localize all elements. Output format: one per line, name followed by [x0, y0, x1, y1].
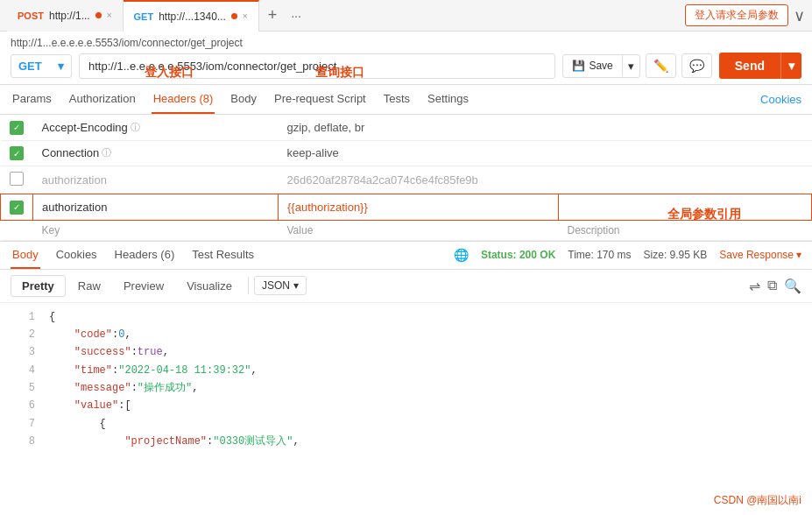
json-line: 7 {	[14, 415, 798, 433]
tab-tests[interactable]: Tests	[382, 85, 412, 114]
url-right-actions: 💾 Save ▾ ✏️ 💬	[562, 53, 711, 78]
tab-authorization[interactable]: Authorization	[67, 85, 138, 114]
time-text: Time: 170 ms	[568, 249, 631, 261]
method-get-badge: GET	[134, 11, 154, 22]
cookies-link[interactable]: Cookies	[760, 93, 801, 106]
save-dropdown-icon[interactable]: ▾	[623, 55, 639, 77]
save-response-button[interactable]: Save Response ▾	[719, 249, 801, 261]
response-status: 🌐 Status: 200 OK Time: 170 ms Size: 9.95…	[454, 248, 801, 262]
save-response-dropdown-icon[interactable]: ▾	[796, 249, 801, 261]
tab-login[interactable]: POST http://1... ×	[7, 0, 124, 32]
checkbox-4[interactable]: ✓	[10, 201, 24, 215]
json-line: 8 "projectName": "0330测试导入",	[14, 433, 798, 450]
method-label: GET	[18, 60, 42, 73]
checkbox-2[interactable]: ✓	[10, 146, 24, 160]
method-post-badge: POST	[18, 11, 44, 21]
tab-params[interactable]: Params	[11, 85, 53, 114]
json-line: 2 "code": 0,	[14, 326, 798, 343]
checkbox-1[interactable]: ✓	[10, 121, 24, 135]
tab-headers[interactable]: Headers (8)	[152, 85, 215, 114]
json-line: 3 "success": true,	[14, 343, 798, 361]
fmt-preview[interactable]: Preview	[113, 276, 174, 296]
edit-button[interactable]: ✏️	[646, 53, 676, 78]
watermark: CSDN @南国以南i	[714, 493, 801, 508]
tab-dot2	[231, 13, 237, 19]
fmt-visualize[interactable]: Visualize	[176, 276, 243, 296]
tab-prerequest[interactable]: Pre-request Script	[272, 85, 368, 114]
key-placeholder: Key	[42, 224, 60, 236]
send-dropdown-icon[interactable]: ▾	[781, 53, 801, 79]
response-tabs: Body Cookies Headers (6) Test Results 🌐 …	[0, 242, 812, 270]
val-2: keep-alive	[287, 146, 339, 159]
save-button[interactable]: 💾 Save	[563, 55, 622, 76]
fmt-separator	[248, 277, 249, 294]
resp-tab-test-results[interactable]: Test Results	[190, 242, 256, 269]
tab-body[interactable]: Body	[229, 85, 258, 114]
send-label: Send	[719, 53, 781, 79]
info-icon-2[interactable]: ⓘ	[102, 146, 111, 159]
tab-bar: POST http://1... × GET http://...1340...…	[0, 0, 812, 32]
tab-query[interactable]: GET http://...1340... ×	[124, 0, 259, 32]
tab-actions: + ···	[263, 6, 307, 25]
save-response-label: Save Response	[719, 249, 794, 261]
headers-section: ✓ Accept-Encodingⓘ gzip, deflate, br ✓ C…	[0, 115, 812, 241]
tab-close-icon2[interactable]: ×	[243, 11, 248, 21]
fmt-pretty[interactable]: Pretty	[11, 275, 66, 297]
table-row-highlighted: ✓ authorization {{authorization}} 全局参数引用	[1, 194, 812, 221]
copy-button[interactable]: ⧉	[767, 278, 777, 293]
table-row: authorization 26d620af28784a2ca074c6e4fc…	[1, 166, 812, 194]
request-tabs: Params Authorization Headers (8) Body Pr…	[0, 85, 812, 115]
tab-login-url: http://1...	[49, 10, 90, 22]
key-4: authorization	[42, 201, 107, 214]
wrap-lines-button[interactable]: ⇌	[749, 278, 760, 294]
url-input[interactable]	[79, 53, 555, 79]
search-response-button[interactable]: 🔍	[784, 278, 801, 294]
method-select[interactable]: GET ▾	[11, 54, 72, 78]
comment-button[interactable]: 💬	[681, 53, 712, 78]
checkbox-3[interactable]	[10, 172, 24, 186]
new-tab-button[interactable]: +	[263, 6, 283, 25]
json-type-select[interactable]: JSON ▾	[254, 276, 307, 295]
tab-close-icon[interactable]: ×	[107, 11, 112, 20]
resp-tab-headers[interactable]: Headers (6)	[113, 242, 177, 269]
resp-tab-body[interactable]: Body	[11, 242, 40, 269]
env-dropdown-icon[interactable]: ∨	[794, 6, 805, 25]
resp-tab-cookies[interactable]: Cookies	[54, 242, 99, 269]
description-placeholder: Description	[568, 224, 620, 236]
value-placeholder: Value	[287, 224, 314, 236]
json-line: 6 "value": [	[14, 397, 798, 414]
json-line: 5 "message": "操作成功",	[14, 379, 798, 397]
json-type-label: JSON	[262, 279, 290, 292]
format-tabs: Pretty Raw Preview Visualize JSON ▾ ⇌ ⧉ …	[0, 270, 812, 303]
status-text: Status: 200 OK	[481, 249, 555, 261]
save-btn-group: 💾 Save ▾	[562, 54, 639, 78]
key-2: Connection	[42, 146, 100, 159]
val-3: 26d620af28784a2ca074c6e4fc85fe9b	[287, 173, 478, 187]
url-request-row: GET ▾ 💾 Save ▾ ✏️ 💬 Send ▾	[11, 53, 801, 79]
key-1: Accept-Encoding	[42, 121, 128, 134]
global-annotation: 全局参数引用	[667, 207, 741, 222]
json-line: 9 "projectId": "0f8be02b-5129-4587-9ad8-…	[14, 451, 798, 452]
response-section: Body Cookies Headers (6) Test Results 🌐 …	[0, 241, 812, 452]
tab-dot	[95, 12, 102, 18]
tab-query-url: http://...1340...	[159, 11, 226, 23]
size-text: Size: 9.95 KB	[644, 249, 708, 261]
val-4: {{authorization}}	[287, 201, 368, 214]
tab-bar-right: 登入请求全局参数 ∨	[685, 4, 805, 26]
kv-header-row: Key Value Description	[1, 220, 812, 240]
save-label: Save	[589, 60, 612, 72]
table-row: ✓ Accept-Encodingⓘ gzip, deflate, br	[1, 115, 812, 140]
env-button[interactable]: 登入请求全局参数	[685, 4, 788, 26]
info-icon-1[interactable]: ⓘ	[131, 121, 140, 134]
method-dropdown-icon: ▾	[58, 60, 64, 73]
send-button[interactable]: Send ▾	[719, 53, 801, 79]
globe-icon: 🌐	[454, 248, 469, 262]
fmt-raw[interactable]: Raw	[67, 276, 111, 296]
tab-settings[interactable]: Settings	[426, 85, 470, 114]
table-row: ✓ Connectionⓘ keep-alive	[1, 140, 812, 166]
url-path: http://1...e.e.e.e.e.5553/iom/connector/…	[11, 37, 801, 49]
more-tabs-button[interactable]: ···	[286, 9, 307, 23]
save-icon: 💾	[572, 60, 585, 72]
json-body: 1{ 2 "code": 0, 3 "success": true, 4 "ti…	[0, 303, 812, 452]
key-3: authorization	[42, 173, 107, 187]
